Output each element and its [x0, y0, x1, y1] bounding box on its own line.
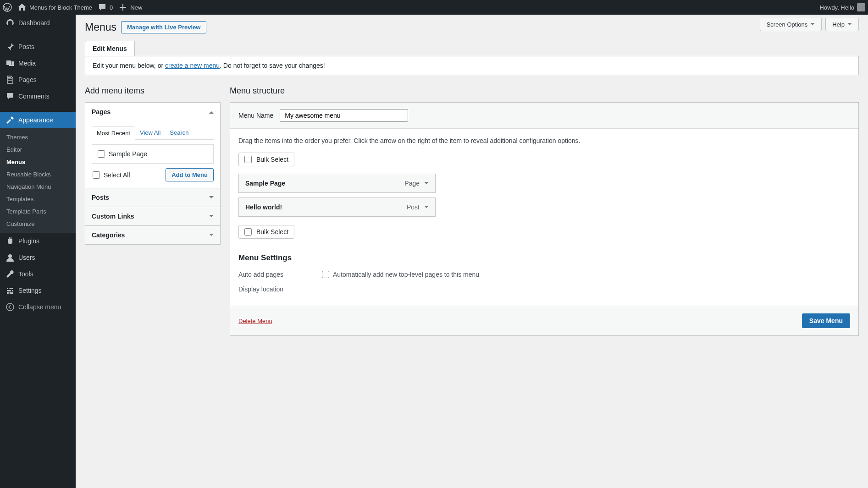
menu-pages[interactable]: Pages: [0, 71, 76, 88]
menu-users[interactable]: Users: [0, 249, 76, 266]
create-new-menu-link[interactable]: create a new menu: [165, 62, 220, 69]
menu-item-row[interactable]: Sample Page Page: [238, 174, 436, 193]
bulk-select-bottom[interactable]: Bulk Select: [238, 225, 294, 239]
tools-icon: [6, 269, 15, 279]
accordion-pages-content: Most Recent View All Search Sample Page: [85, 121, 220, 188]
menu-settings-heading: Menu Settings: [238, 253, 850, 263]
chevron-down-icon: [209, 234, 214, 238]
menu-comments[interactable]: Comments: [0, 88, 76, 104]
home-icon: [17, 3, 27, 12]
select-all-checkbox[interactable]: [93, 171, 100, 179]
chevron-down-icon: [209, 215, 214, 219]
submenu-templates[interactable]: Templates: [0, 193, 76, 205]
new-label: New: [130, 4, 142, 11]
content-area: Screen Options Help Menus Manage with Li…: [76, 15, 868, 488]
structure-heading: Menu structure: [230, 86, 859, 96]
plugin-icon: [6, 236, 15, 246]
chevron-down-icon[interactable]: [424, 182, 429, 186]
svg-point-5: [8, 288, 10, 289]
menu-appearance[interactable]: Appearance: [0, 112, 76, 128]
add-items-heading: Add menu items: [85, 86, 221, 96]
menu-item-type: Page: [404, 180, 420, 187]
menu-tools[interactable]: Tools: [0, 266, 76, 282]
menu-item-title: Sample Page: [245, 180, 285, 187]
live-preview-button[interactable]: Manage with Live Preview: [121, 21, 206, 33]
greeting-text: Howdy, Hello: [819, 4, 854, 11]
menu-name-input[interactable]: [280, 109, 408, 122]
comments-icon: [6, 92, 15, 101]
admin-bar: Menus for Block Theme 0 New Howdy, Hello: [0, 0, 868, 15]
svg-point-8: [6, 303, 14, 311]
screen-options-button[interactable]: Screen Options: [760, 18, 822, 31]
structure-description: Drag the items into the order you prefer…: [238, 137, 850, 144]
accordion-posts-header[interactable]: Posts: [85, 188, 220, 207]
save-menu-button[interactable]: Save Menu: [802, 313, 850, 328]
avatar: [857, 3, 865, 11]
bulk-select-top[interactable]: Bulk Select: [238, 153, 294, 166]
auto-add-option[interactable]: Automatically add new top-level pages to…: [321, 268, 480, 281]
pin-icon: [6, 42, 15, 51]
comment-icon: [98, 3, 107, 12]
menu-plugins[interactable]: Plugins: [0, 233, 76, 249]
dashboard-icon: [6, 18, 15, 27]
chevron-down-icon: [209, 196, 214, 201]
submenu-themes[interactable]: Themes: [0, 131, 76, 143]
menu-settings[interactable]: Settings: [0, 282, 76, 299]
media-icon: [6, 59, 15, 68]
add-to-menu-button[interactable]: Add to Menu: [166, 168, 214, 181]
structure-box: Menu Name Drag the items into the order …: [230, 102, 859, 336]
settings-icon: [6, 286, 15, 295]
select-all-row[interactable]: Select All: [92, 169, 131, 181]
bulk-select-checkbox[interactable]: [244, 228, 252, 236]
page-item-checkbox[interactable]: [98, 150, 105, 158]
pages-tab-search[interactable]: Search: [165, 126, 193, 139]
chevron-down-icon[interactable]: [424, 206, 429, 210]
new-content-link[interactable]: New: [118, 3, 142, 12]
appearance-submenu: Themes Editor Menus Reusable Blocks Navi…: [0, 128, 76, 233]
admin-sidebar: Dashboard Posts Media Pages Comments App…: [0, 15, 76, 488]
pages-tab-view-all[interactable]: View All: [135, 126, 165, 139]
user-icon: [6, 253, 15, 262]
plus-icon: [118, 3, 127, 12]
accordion-custom-links-header[interactable]: Custom Links: [85, 207, 220, 225]
wp-logo-icon[interactable]: [3, 3, 12, 12]
svg-point-1: [8, 254, 12, 258]
submenu-navigation-menu[interactable]: Navigation Menu: [0, 181, 76, 193]
accordion-categories-header[interactable]: Categories: [85, 225, 220, 244]
site-home-link[interactable]: Menus for Block Theme: [17, 3, 92, 12]
page-title: Menus: [85, 21, 116, 33]
svg-point-7: [9, 292, 10, 294]
page-item-row[interactable]: Sample Page: [97, 148, 209, 160]
menu-dashboard[interactable]: Dashboard: [0, 15, 76, 31]
menu-posts[interactable]: Posts: [0, 38, 76, 55]
chevron-down-icon: [810, 23, 815, 27]
submenu-editor[interactable]: Editor: [0, 143, 76, 156]
svg-rect-3: [7, 290, 13, 291]
page-icon: [6, 75, 15, 84]
auto-add-checkbox[interactable]: [322, 271, 329, 278]
submenu-menus[interactable]: Menus: [0, 156, 76, 168]
bulk-select-checkbox[interactable]: [244, 156, 252, 163]
collapse-icon: [6, 302, 15, 312]
menu-item-row[interactable]: Hello world! Post: [238, 197, 436, 217]
delete-menu-link[interactable]: Delete Menu: [238, 318, 272, 324]
comments-link[interactable]: 0: [98, 3, 113, 12]
site-title: Menus for Block Theme: [29, 4, 92, 11]
submenu-template-parts[interactable]: Template Parts: [0, 205, 76, 218]
svg-rect-2: [7, 288, 13, 289]
collapse-menu[interactable]: Collapse menu: [0, 299, 76, 315]
help-button[interactable]: Help: [825, 18, 859, 31]
menu-name-label: Menu Name: [238, 112, 273, 119]
accordion-pages-header[interactable]: Pages: [85, 103, 220, 121]
chevron-up-icon: [209, 109, 214, 114]
submenu-customize[interactable]: Customize: [0, 218, 76, 230]
account-link[interactable]: Howdy, Hello: [819, 3, 865, 11]
submenu-reusable-blocks[interactable]: Reusable Blocks: [0, 168, 76, 181]
svg-point-6: [11, 290, 12, 291]
svg-rect-4: [7, 292, 13, 294]
menu-media[interactable]: Media: [0, 55, 76, 71]
pages-tab-recent[interactable]: Most Recent: [92, 126, 135, 140]
comments-count: 0: [110, 4, 113, 11]
info-box: Edit your menu below, or create a new me…: [85, 56, 859, 75]
tab-edit-menus[interactable]: Edit Menus: [85, 41, 135, 56]
